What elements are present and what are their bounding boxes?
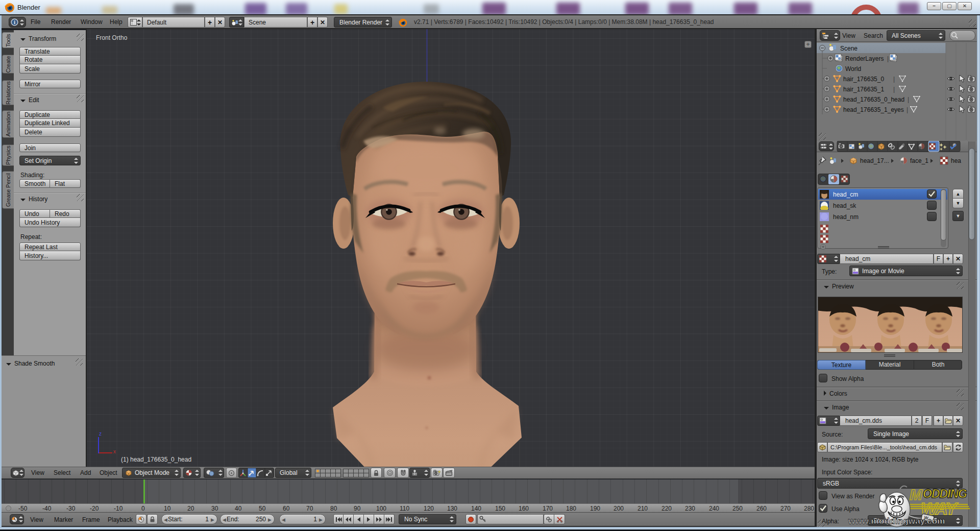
svg-text:|: | [893, 86, 895, 93]
svg-text:head_176635_0_head: head_176635_0_head [843, 96, 904, 103]
svg-text:RenderLayers: RenderLayers [845, 55, 884, 62]
svg-text:|: | [893, 76, 895, 83]
svg-text:hair_176635_0: hair_176635_0 [843, 76, 884, 83]
svg-text:i: i [14, 20, 15, 25]
svg-text:|: | [908, 96, 909, 103]
svg-text:|: | [906, 106, 908, 113]
svg-text:head_17...: head_17... [860, 157, 889, 164]
svg-text:Scene: Scene [840, 45, 857, 52]
svg-text:hair_176635_1: hair_176635_1 [843, 86, 884, 93]
svg-text:www.moddingway.com: www.moddingway.com [848, 516, 945, 526]
svg-text:head_176635_1_eyes: head_176635_1_eyes [843, 106, 904, 113]
svg-text:World: World [845, 65, 861, 73]
svg-text:|: | [887, 55, 889, 62]
svg-text:hea: hea [951, 157, 961, 164]
svg-text:face_1: face_1 [910, 157, 928, 164]
